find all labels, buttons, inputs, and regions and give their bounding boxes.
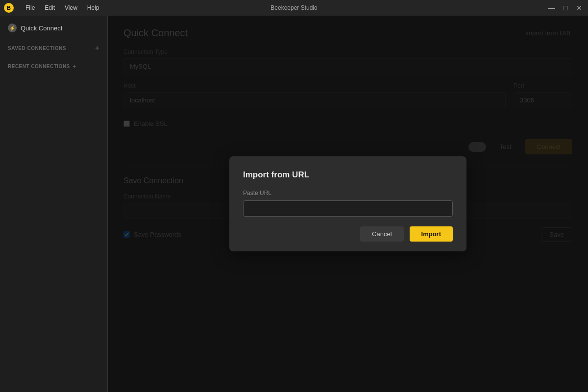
modal-overlay: Import from URL Paste URL Cancel Import xyxy=(108,16,588,392)
saved-connections-label: SAVED CONNECTIONS xyxy=(8,46,66,51)
sidebar-quick-connect[interactable]: ⚡ Quick Connect xyxy=(0,20,107,36)
url-input[interactable] xyxy=(243,200,453,217)
cancel-button[interactable]: Cancel xyxy=(360,226,403,242)
add-saved-connection-icon[interactable]: + xyxy=(95,44,99,52)
import-url-modal: Import from URL Paste URL Cancel Import xyxy=(229,156,466,251)
menu-bar: File Edit View Help xyxy=(22,2,103,13)
recent-connections-header: RECENT CONNECTIONS + xyxy=(0,56,107,73)
menu-help[interactable]: Help xyxy=(83,2,103,13)
sidebar: ⚡ Quick Connect SAVED CONNECTIONS + RECE… xyxy=(0,16,108,392)
app-logo: B xyxy=(4,3,14,13)
sidebar-quick-connect-label: Quick Connect xyxy=(21,24,62,32)
import-button[interactable]: Import xyxy=(410,226,453,242)
modal-buttons: Cancel Import xyxy=(243,226,453,242)
menu-edit[interactable]: Edit xyxy=(41,2,59,13)
minimize-button[interactable]: — xyxy=(547,3,557,13)
window-controls: — □ ✕ xyxy=(547,3,584,13)
modal-title: Import from URL xyxy=(243,170,453,180)
main-content-area: Quick Connect Import from URL Connection… xyxy=(108,16,588,392)
app-title: Beekeeper Studio xyxy=(270,4,317,11)
title-bar: B File Edit View Help Beekeeper Studio —… xyxy=(0,0,588,16)
url-label: Paste URL xyxy=(243,190,453,196)
maximize-button[interactable]: □ xyxy=(561,3,570,13)
title-bar-left: B File Edit View Help xyxy=(4,2,103,13)
main-layout: ⚡ Quick Connect SAVED CONNECTIONS + RECE… xyxy=(0,16,588,392)
menu-view[interactable]: View xyxy=(61,2,81,13)
saved-connections-header: SAVED CONNECTIONS + xyxy=(0,36,107,56)
add-recent-connection-icon[interactable]: + xyxy=(73,64,76,69)
close-button[interactable]: ✕ xyxy=(574,3,584,13)
quick-connect-icon: ⚡ xyxy=(8,24,17,32)
recent-connections-label: RECENT CONNECTIONS xyxy=(8,64,70,69)
menu-file[interactable]: File xyxy=(22,2,39,13)
